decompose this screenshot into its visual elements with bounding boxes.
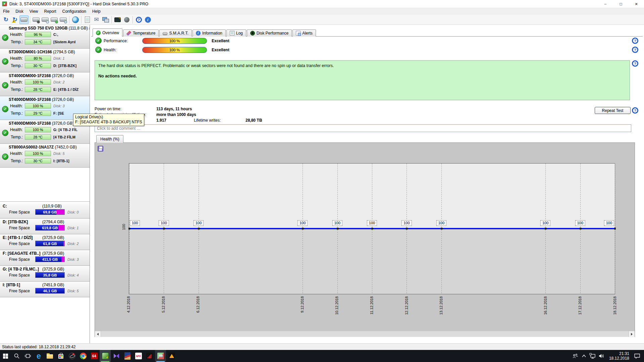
taskbar-store-icon[interactable] <box>55 350 66 362</box>
partition-i[interactable]: I: [8TB-1](7451,9 GB) Free Space 46,1 GB… <box>0 282 90 297</box>
help-icon[interactable]: ? <box>134 15 143 24</box>
tab-log[interactable]: Log <box>226 29 246 37</box>
volume-label: D: [3TB-BZK] <box>53 64 76 68</box>
volume-label: [4 TB-2 FİLM <box>53 135 75 139</box>
menu-report[interactable]: Report <box>41 8 59 14</box>
disk-search-icon[interactable] <box>59 15 68 24</box>
disk-clock-icon[interactable] <box>41 15 50 24</box>
tab-overview[interactable]: ✓Overview <box>93 28 122 37</box>
people-icon[interactable] <box>571 353 580 359</box>
scrollbar-thumb[interactable] <box>101 331 629 337</box>
tab-temperature[interactable]: Temperature <box>123 29 159 37</box>
disk-accept-icon[interactable] <box>50 15 59 24</box>
taskbar-tv64-icon[interactable]: 64 <box>89 350 100 362</box>
repeat-test-help-icon[interactable]: ? <box>632 107 638 114</box>
menu-help[interactable]: Help <box>89 8 104 14</box>
world-icon[interactable] <box>71 15 80 24</box>
taskbar-chrome-icon[interactable] <box>77 350 89 362</box>
info-icon[interactable]: i <box>143 15 152 24</box>
comment-input[interactable] <box>95 124 631 132</box>
tab-disk-performance[interactable]: Disk Performance <box>247 29 292 37</box>
performance-help-icon[interactable]: ? <box>632 38 638 44</box>
monitor-edit-icon[interactable] <box>113 15 122 24</box>
point-label: 100 <box>575 220 585 226</box>
date-label: 13.12.2018 <box>439 296 443 315</box>
disk-entry-st8000[interactable]: ST8000AS0002-1NA17Z (7452,0 GB) ✓ Health… <box>0 144 90 168</box>
menu-file[interactable]: File <box>0 8 12 14</box>
repeat-test-button[interactable]: Repeat Test <box>595 107 631 114</box>
partition-d[interactable]: D: [3TB-BZK](2794,4 GB) Free Space 619,8… <box>0 219 90 234</box>
network-icon[interactable] <box>101 15 110 24</box>
taskbar-search-icon[interactable] <box>11 350 22 362</box>
minimize-button[interactable] <box>598 0 613 8</box>
refresh-icon[interactable]: ↻ <box>1 15 10 24</box>
health-row: ✓ Health: 100 % Excellent <box>95 47 229 53</box>
mail-icon[interactable]: ✉ <box>92 15 101 24</box>
disk-detect-icon[interactable] <box>32 15 41 24</box>
scroll-right-button[interactable] <box>629 331 635 337</box>
volume-tray-icon[interactable] <box>597 353 606 359</box>
taskbar-alert-a-icon[interactable] <box>166 350 177 362</box>
power-on-time-value: 113 days, 11 hours <box>156 107 192 111</box>
partition-disk-number: Disk: 5 <box>67 289 79 293</box>
tab-information[interactable]: iInformation <box>193 29 226 37</box>
tab-smart[interactable]: S.M.A.R.T. <box>159 29 192 37</box>
taskbar-file-explorer-icon[interactable] <box>44 350 55 362</box>
point-label: 100 <box>604 220 614 226</box>
partition-e[interactable]: E: [4TB-1 / DİZİ](3725,9 GB) Free Space … <box>0 234 90 250</box>
partition-g[interactable]: G: [4 TB-2 FİLMC..](3725,9 GB) Free Spac… <box>0 266 90 282</box>
chart-horizontal-scrollbar[interactable] <box>95 331 635 337</box>
tab-alerts[interactable]: Alerts <box>292 29 316 37</box>
taskbar-edge-icon[interactable]: e <box>33 350 44 362</box>
refresh-warning-icon[interactable]: ↻ <box>10 15 19 24</box>
maximize-button[interactable] <box>613 0 629 8</box>
taskbar-clock[interactable]: 21:31 18.12.2018 <box>609 351 629 361</box>
save-chart-icon[interactable] <box>98 146 103 152</box>
tab-health-chart[interactable]: Health (%) <box>96 135 123 143</box>
health-bar: 100 % <box>25 127 51 132</box>
sound-icon[interactable] <box>122 15 131 24</box>
scroll-left-button[interactable] <box>95 331 101 337</box>
start-button[interactable] <box>0 350 11 362</box>
date-label: 4.12.2018 <box>126 296 130 313</box>
taskbar-stairs-icon[interactable] <box>144 350 155 362</box>
health-bar: 96 % <box>25 32 51 37</box>
menu-view[interactable]: View <box>26 8 41 14</box>
partition-c[interactable]: C:(110,9 GB) Free Space 69,8 GB Disk: 0 <box>0 203 90 219</box>
performance-meter: 100 % <box>142 38 207 44</box>
performance-row: ✓ Performance: 100 % Excellent <box>95 38 229 44</box>
taskbar-hdsentinel-icon-active[interactable] <box>100 350 111 362</box>
tray-chevron-up-icon[interactable] <box>580 354 588 358</box>
health-ok-icon: ✓ <box>2 58 8 65</box>
menu-disk[interactable]: Disk <box>12 8 26 14</box>
health-help-icon[interactable]: ? <box>632 47 638 53</box>
partition-disk-number: Disk: 4 <box>67 273 79 277</box>
partition-f[interactable]: F: [SEAGATE 4TB..](3725,9 GB) Free Space… <box>0 250 90 266</box>
taskbar-kmplayer-icon[interactable] <box>111 350 122 362</box>
disk-name: Samsung SSD 750 EVO 120GB <box>9 26 67 31</box>
information-icon: i <box>196 31 201 36</box>
partition-label: D: [3TB-BZK] <box>3 220 42 224</box>
disk-overview-icon[interactable] <box>19 15 29 24</box>
health-bar: 100 % <box>25 103 51 109</box>
point-label: 100 <box>540 220 550 226</box>
disk-entry-st3000[interactable]: ST3000DM001-1CH166 (2794,5 GB) ✓ Health:… <box>0 49 90 72</box>
taskbar-disk-image-icon[interactable] <box>155 350 166 362</box>
action-center-icon[interactable] <box>633 353 641 359</box>
taskbar-nfs-icon[interactable]: NFS <box>133 350 144 362</box>
volume-label: I: [8TB-1] <box>53 159 69 163</box>
menu-configuration[interactable]: Configuration <box>59 8 89 14</box>
task-view-icon[interactable] <box>22 350 33 362</box>
disk-entry-st4000-disk2[interactable]: ST4000DM000-1F2168 (3726,0 GB) ✓ Health:… <box>0 72 90 96</box>
report-icon[interactable] <box>83 15 92 24</box>
date-label: 9.12.2018 <box>300 296 304 313</box>
status-help-icon[interactable]: ? <box>632 60 638 67</box>
disk-entry-samsung-ssd[interactable]: Samsung SSD 750 EVO 120GB (111,8 GB) D ✓… <box>0 25 90 49</box>
close-button[interactable] <box>629 0 644 8</box>
taskbar-atom-icon[interactable] <box>66 350 77 362</box>
taskbar-pes-icon[interactable] <box>122 350 133 362</box>
toolbar: ↻ ↻ ✉ ? i <box>0 15 644 25</box>
clock-time: 21:31 <box>609 351 629 356</box>
partition-size: (110,9 GB) <box>42 204 62 208</box>
network-tray-icon[interactable] <box>588 353 597 359</box>
